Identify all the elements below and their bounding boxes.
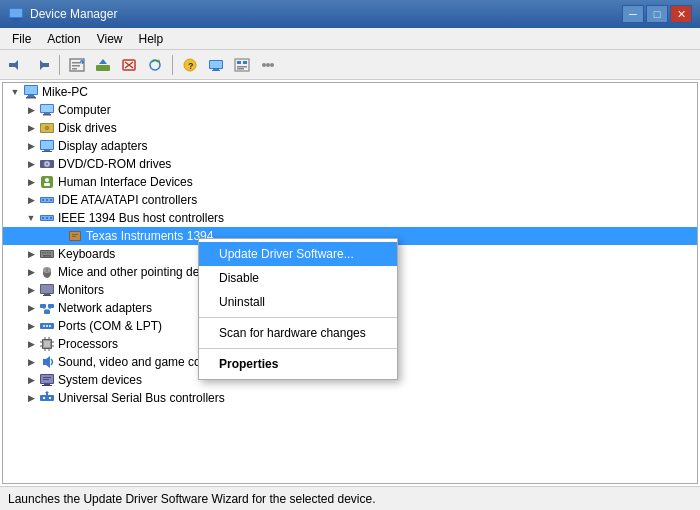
svg-rect-26 (213, 69, 219, 70)
help-button[interactable]: ? (178, 53, 202, 77)
svg-rect-8 (40, 63, 49, 67)
svg-point-34 (266, 63, 270, 67)
svg-line-91 (47, 308, 51, 310)
tree-dvd-cdrom[interactable]: ▶ DVD/CD-ROM drives (3, 155, 697, 173)
context-menu-uninstall[interactable]: Uninstall (199, 290, 397, 314)
svg-rect-27 (212, 70, 220, 71)
minimize-button[interactable]: ─ (622, 5, 644, 23)
expand-dvd[interactable]: ▶ (23, 156, 39, 172)
window-controls: ─ □ ✕ (622, 5, 692, 23)
mice-icon (39, 264, 55, 280)
back-button[interactable] (4, 53, 28, 77)
svg-rect-11 (72, 65, 80, 67)
svg-rect-87 (40, 304, 46, 308)
svg-rect-44 (43, 114, 51, 116)
menu-action[interactable]: Action (39, 30, 88, 48)
tree-hid[interactable]: ▶ Human Interface Devices (3, 173, 697, 191)
expand-system[interactable]: ▶ (23, 372, 39, 388)
svg-rect-71 (72, 234, 78, 235)
svg-text:i: i (81, 60, 82, 65)
expand-hid[interactable]: ▶ (23, 174, 39, 190)
status-bar: Launches the Update Driver Software Wiza… (0, 486, 700, 510)
close-button[interactable]: ✕ (670, 5, 692, 23)
keyboards-label: Keyboards (58, 247, 115, 261)
network-adapters-label: Network adapters (58, 301, 152, 315)
forward-button[interactable] (30, 53, 54, 77)
main-area: ▼ Mike-PC ▶ (0, 80, 700, 486)
expand-monitors[interactable]: ▶ (23, 282, 39, 298)
expand-ieee1394[interactable]: ▼ (23, 210, 39, 226)
svg-rect-78 (50, 252, 52, 254)
expand-mice[interactable]: ▶ (23, 264, 39, 280)
expand-ports[interactable]: ▶ (23, 318, 39, 334)
context-menu-disable[interactable]: Disable (199, 266, 397, 290)
context-menu-properties[interactable]: Properties (199, 352, 397, 376)
ide-icon (39, 192, 55, 208)
expand-ide[interactable]: ▶ (23, 192, 39, 208)
svg-rect-15 (96, 65, 110, 71)
sound-label: Sound, video and game co... (58, 355, 211, 369)
monitors-label: Monitors (58, 283, 104, 297)
svg-rect-79 (43, 255, 51, 257)
svg-rect-77 (47, 252, 49, 254)
menu-file[interactable]: File (4, 30, 39, 48)
update-driver-button[interactable] (91, 53, 115, 77)
toolbar-sep-1 (59, 55, 60, 75)
menu-view[interactable]: View (89, 30, 131, 48)
tree-usb[interactable]: ▶ Universal Serial Bus controllers (3, 389, 697, 407)
svg-rect-61 (42, 199, 44, 201)
ports-label: Ports (COM & LPT) (58, 319, 162, 333)
computer-icon (23, 84, 39, 100)
svg-marker-116 (45, 391, 49, 393)
svg-rect-2 (9, 18, 23, 19)
svg-rect-112 (44, 384, 50, 385)
context-menu-update-driver[interactable]: Update Driver Software... (199, 242, 397, 266)
expand-root[interactable]: ▼ (7, 84, 23, 100)
processor-icon (39, 336, 55, 352)
expand-network[interactable]: ▶ (23, 300, 39, 316)
tree-ieee1394[interactable]: ▼ IEEE 1394 Bus host controllers (3, 209, 697, 227)
properties-button[interactable]: i (65, 53, 89, 77)
mice-label: Mice and other pointing de... (58, 265, 209, 279)
svg-rect-94 (46, 325, 48, 327)
title-bar: Device Manager ─ □ ✕ (0, 0, 700, 28)
tree-computer[interactable]: ▶ Computer (3, 101, 697, 119)
svg-rect-29 (237, 61, 241, 64)
uninstall-button[interactable] (117, 53, 141, 77)
svg-rect-10 (72, 62, 80, 64)
context-menu-scan[interactable]: Scan for hardware changes (199, 321, 397, 345)
extra-button[interactable] (256, 53, 280, 77)
network-icon (39, 300, 55, 316)
tree-display-adapters[interactable]: ▶ Display adapters (3, 137, 697, 155)
scan-button[interactable] (143, 53, 167, 77)
tree-root[interactable]: ▼ Mike-PC (3, 83, 697, 101)
toolbar-sep-2 (172, 55, 173, 75)
expand-computer[interactable]: ▶ (23, 102, 39, 118)
device-tree[interactable]: ▼ Mike-PC ▶ (2, 82, 698, 484)
svg-rect-93 (43, 325, 45, 327)
svg-rect-42 (41, 105, 53, 112)
svg-rect-39 (27, 96, 35, 97)
disk-icon (39, 120, 55, 136)
svg-text:?: ? (188, 61, 194, 71)
expand-keyboards[interactable]: ▶ (23, 246, 39, 262)
usb-label: Universal Serial Bus controllers (58, 391, 225, 405)
expand-display[interactable]: ▶ (23, 138, 39, 154)
expand-sound[interactable]: ▶ (23, 354, 39, 370)
display-icon (39, 138, 55, 154)
sound-icon (39, 354, 55, 370)
hid-label: Human Interface Devices (58, 175, 193, 189)
tree-disk-drives[interactable]: ▶ Disk drives (3, 119, 697, 137)
menu-help[interactable]: Help (131, 30, 172, 48)
expand-processors[interactable]: ▶ (23, 336, 39, 352)
device-manager-toolbar-icon[interactable] (204, 53, 228, 77)
svg-rect-86 (43, 295, 51, 296)
svg-rect-84 (41, 285, 53, 293)
root-label: Mike-PC (42, 85, 88, 99)
resources-button[interactable] (230, 53, 254, 77)
tree-ide-ata[interactable]: ▶ IDE ATA/ATAPI controllers (3, 191, 697, 209)
expand-usb[interactable]: ▶ (23, 390, 39, 406)
expand-disk[interactable]: ▶ (23, 120, 39, 136)
keyboard-icon (39, 246, 55, 262)
maximize-button[interactable]: □ (646, 5, 668, 23)
